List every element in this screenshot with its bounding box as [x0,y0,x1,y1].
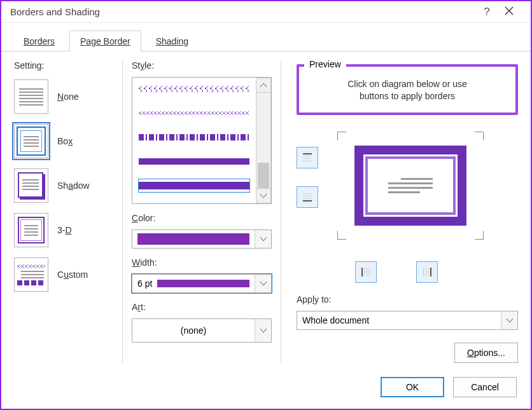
setting-custom-icon [14,257,48,292]
style-scrollbar[interactable] [256,78,271,203]
preview-diagram[interactable] [337,132,484,240]
svg-rect-10 [361,268,363,277]
color-dropdown[interactable] [132,229,272,249]
setting-shadow[interactable]: Shadow [14,168,122,203]
width-label: Width: [132,257,272,268]
svg-rect-8 [303,198,312,199]
close-button[interactable] [496,6,522,18]
setting-none-icon [14,79,48,114]
scroll-thumb[interactable] [258,163,269,188]
tab-page-border[interactable]: Page Border [69,31,141,51]
setting-box-label: Box [57,136,73,146]
style-option-zigzag-1[interactable] [139,83,249,95]
style-option-dashdot[interactable] [139,131,249,144]
setting-shadow-icon [14,168,48,203]
window-title: Borders and Shading [10,6,477,17]
tab-strip: Borders Page Border Shading [1,23,531,51]
setting-3d-label: 3-D [57,225,72,235]
svg-rect-14 [423,268,424,277]
setting-3d-icon [14,213,48,247]
svg-rect-3 [303,156,312,156]
setting-custom-label: Custom [57,270,88,280]
scroll-down-icon[interactable] [256,188,271,203]
apply-to-label: Apply to: [297,294,518,304]
svg-rect-16 [428,268,429,277]
scroll-track[interactable] [256,93,271,188]
border-bottom-button[interactable] [297,186,318,208]
art-label: Art: [132,302,272,312]
svg-rect-2 [303,153,312,154]
tab-shading[interactable]: Shading [145,31,199,51]
preview-column: Preview Click on diagram below or usebut… [281,60,518,363]
style-option-thick[interactable] [139,155,249,168]
options-button[interactable]: Options... [454,343,518,363]
setting-box[interactable]: Box [14,124,122,158]
svg-rect-4 [303,158,312,159]
border-top-button[interactable] [297,147,318,168]
scroll-up-icon[interactable] [256,78,271,93]
style-option-thick-xl[interactable] [139,179,249,192]
cancel-button[interactable]: Cancel [453,377,517,397]
chevron-down-icon[interactable] [255,230,271,248]
chevron-down-icon[interactable] [501,311,517,329]
chevron-down-icon[interactable] [255,319,271,342]
art-value: (none) [181,325,206,336]
preview-area [297,132,518,240]
dialog-footer: OK Cancel [1,369,531,409]
svg-rect-9 [303,200,312,202]
titlebar: Borders and Shading ? [1,1,531,23]
preview-page-icon [354,146,466,226]
setting-custom[interactable]: Custom [14,257,122,292]
color-label: Color: [132,213,272,223]
width-bar-icon [157,280,249,287]
setting-3d[interactable]: 3-D [14,213,122,247]
style-option-zigzag-2[interactable] [139,107,249,120]
setting-shadow-label: Shadow [57,181,90,191]
color-swatch [137,233,249,245]
svg-rect-12 [367,268,367,277]
border-left-button[interactable] [355,261,377,283]
border-right-button[interactable] [416,261,438,283]
svg-rect-6 [303,193,312,194]
svg-rect-17 [430,268,431,277]
width-dropdown[interactable]: 6 pt [132,274,272,293]
setting-none[interactable]: None [14,79,122,114]
svg-rect-7 [303,196,312,196]
apply-to-dropdown[interactable]: Whole document [297,311,518,330]
svg-rect-11 [364,268,365,277]
art-dropdown[interactable]: (none) [132,318,272,343]
width-value: 6 pt [137,278,152,289]
setting-none-label: None [57,92,78,102]
svg-rect-5 [303,161,312,161]
ok-button[interactable]: OK [381,377,444,397]
preview-fieldset: Preview Click on diagram below or usebut… [297,64,518,115]
preview-hint: Click on diagram below or usebuttons to … [307,78,508,106]
help-button[interactable]: ? [477,6,496,18]
setting-column: Setting: None Box [14,60,122,363]
style-column: Style: Color: Wi [122,60,281,363]
chevron-down-icon[interactable] [255,275,271,292]
style-list[interactable] [132,77,272,204]
svg-rect-13 [369,268,370,277]
setting-label: Setting: [14,60,122,71]
style-label: Style: [132,60,272,71]
setting-box-icon [14,124,48,158]
svg-rect-15 [426,268,426,277]
apply-to-value: Whole document [302,315,369,325]
borders-shading-dialog: Borders and Shading ? Borders Page Borde… [0,0,532,410]
preview-legend: Preview [304,59,346,69]
tab-borders[interactable]: Borders [13,31,66,51]
